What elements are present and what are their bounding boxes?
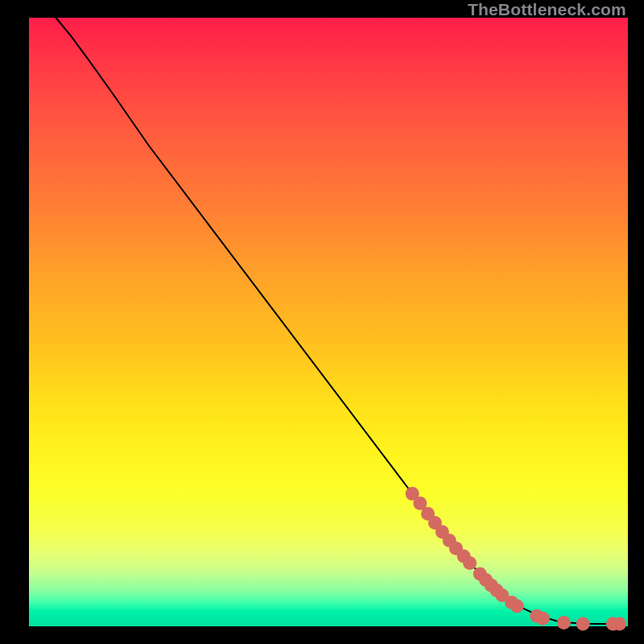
data-marker (613, 617, 626, 630)
chart-overlay (29, 18, 628, 626)
data-marker (557, 616, 571, 630)
watermark-text: TheBottleneck.com (468, 0, 626, 19)
data-markers (406, 487, 626, 631)
chart-frame: TheBottleneck.com (0, 0, 644, 644)
bottleneck-curve (56, 18, 616, 624)
data-marker (510, 600, 524, 613)
data-marker (463, 556, 477, 570)
data-marker (536, 612, 550, 625)
data-marker (576, 617, 590, 630)
